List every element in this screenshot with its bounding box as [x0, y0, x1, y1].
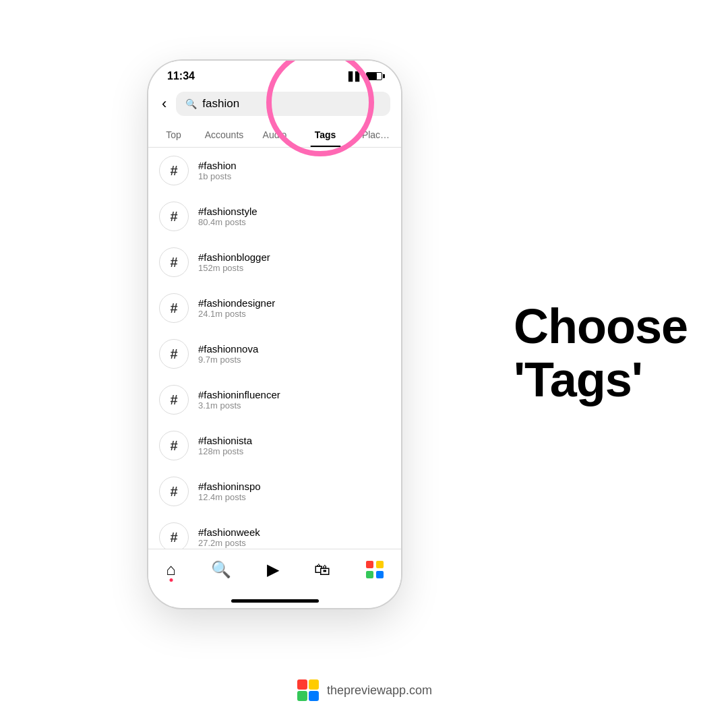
tag-info: #fashiondesigner 24.1m posts	[198, 297, 275, 319]
svg-rect-7	[297, 691, 307, 701]
list-item[interactable]: # #fashiondesigner 24.1m posts	[148, 285, 401, 331]
phone-content: 11:34 ▋▋ ‹ 🔍 fashion	[148, 61, 401, 608]
tab-audio[interactable]: Audio	[249, 123, 300, 147]
list-item[interactable]: # #fashionstyle 80.4m posts	[148, 193, 401, 239]
tag-name: #fashion	[198, 160, 237, 171]
hashtag-icon: #	[159, 293, 189, 323]
tag-name: #fashioninspo	[198, 481, 261, 492]
list-item[interactable]: # #fashionista 128m posts	[148, 423, 401, 468]
annotation-text: Choose'Tags'	[514, 300, 688, 406]
tab-top[interactable]: Top	[148, 123, 199, 147]
brand-url: thepreviewapp.com	[327, 684, 432, 698]
tag-name: #fashionweek	[198, 526, 260, 538]
phone: 11:34 ▋▋ ‹ 🔍 fashion	[148, 61, 401, 608]
brand-logo	[296, 678, 320, 702]
search-icon: 🔍	[185, 98, 197, 109]
hashtag-icon: #	[159, 385, 189, 415]
hashtag-icon: #	[159, 339, 189, 369]
svg-rect-5	[297, 679, 307, 690]
tag-count: 24.1m posts	[198, 309, 275, 319]
tab-places[interactable]: Plac…	[351, 123, 401, 147]
signal-icon: ▋▋	[348, 71, 362, 82]
tag-info: #fashionblogger 152m posts	[198, 251, 270, 273]
tag-name: #fashionista	[198, 435, 252, 446]
tag-count: 1b posts	[198, 171, 237, 181]
tag-name: #fashionnova	[198, 343, 258, 355]
tag-name: #fashionblogger	[198, 251, 270, 263]
tag-count: 3.1m posts	[198, 400, 280, 411]
bottom-nav: ⌂ 🔍 ▶ 🛍	[148, 549, 401, 597]
tag-name: #fashiondesigner	[198, 297, 275, 309]
svg-rect-2	[366, 571, 373, 578]
phone-wrapper: 11:34 ▋▋ ‹ 🔍 fashion	[148, 61, 401, 608]
tag-info: #fashion 1b posts	[198, 160, 237, 181]
shop-icon: 🛍	[314, 560, 330, 579]
tag-info: #fashionnova 9.7m posts	[198, 343, 258, 365]
hashtag-icon: #	[159, 247, 189, 277]
tag-name: #fashionstyle	[198, 206, 257, 217]
tag-count: 80.4m posts	[198, 217, 257, 227]
hashtag-icon: #	[159, 522, 189, 549]
home-indicator	[231, 599, 319, 603]
tab-accounts[interactable]: Accounts	[199, 123, 249, 147]
search-query: fashion	[202, 97, 239, 111]
nav-profile[interactable]	[358, 557, 392, 582]
list-item[interactable]: # #fashionweek 27.2m posts	[148, 514, 401, 549]
hashtag-icon: #	[159, 431, 189, 460]
tag-count: 152m posts	[198, 263, 270, 273]
annotation-title: Choose'Tags'	[514, 300, 688, 406]
tag-count: 12.4m posts	[198, 492, 261, 502]
tag-info: #fashionista 128m posts	[198, 435, 252, 456]
nav-search[interactable]: 🔍	[203, 556, 239, 583]
battery-icon	[366, 72, 382, 80]
hashtag-icon: #	[159, 477, 189, 506]
tags-list: # #fashion 1b posts # #fashionstyle 80.4…	[148, 148, 401, 549]
profile-color-icon	[366, 561, 384, 578]
list-item[interactable]: # #fashionblogger 152m posts	[148, 239, 401, 285]
hashtag-icon: #	[159, 202, 189, 231]
svg-rect-1	[376, 561, 384, 568]
scene: 11:34 ▋▋ ‹ 🔍 fashion	[0, 0, 728, 728]
tag-info: #fashioninfluencer 3.1m posts	[198, 389, 280, 411]
tag-info: #fashionstyle 80.4m posts	[198, 206, 257, 227]
tag-info: #fashioninspo 12.4m posts	[198, 481, 261, 502]
search-bar[interactable]: 🔍 fashion	[176, 92, 390, 116]
tag-name: #fashioninfluencer	[198, 389, 280, 400]
status-icons: ▋▋	[348, 71, 382, 82]
search-nav-icon: 🔍	[211, 560, 231, 579]
home-icon: ⌂	[166, 560, 176, 579]
list-item[interactable]: # #fashioninspo 12.4m posts	[148, 468, 401, 514]
branding: thepreviewapp.com	[296, 678, 432, 702]
back-button[interactable]: ‹	[159, 92, 169, 115]
tag-count: 27.2m posts	[198, 538, 260, 548]
list-item[interactable]: # #fashionnova 9.7m posts	[148, 331, 401, 377]
tag-info: #fashionweek 27.2m posts	[198, 526, 260, 548]
status-time: 11:34	[167, 70, 195, 82]
tag-count: 128m posts	[198, 446, 252, 456]
svg-rect-3	[376, 571, 384, 578]
phone-inner: 11:34 ▋▋ ‹ 🔍 fashion	[148, 61, 401, 608]
list-item[interactable]: # #fashion 1b posts	[148, 148, 401, 193]
list-item[interactable]: # #fashioninfluencer 3.1m posts	[148, 377, 401, 423]
svg-rect-8	[309, 691, 319, 701]
search-header: ‹ 🔍 fashion	[148, 88, 401, 123]
tabs-bar: Top Accounts Audio Tags Plac…	[148, 123, 401, 148]
tab-tags[interactable]: Tags	[300, 123, 351, 147]
svg-rect-6	[309, 679, 319, 690]
status-bar: 11:34 ▋▋	[148, 61, 401, 88]
nav-reels[interactable]: ▶	[259, 556, 287, 583]
reels-icon: ▶	[267, 560, 279, 579]
svg-rect-0	[366, 561, 373, 568]
hashtag-icon: #	[159, 156, 189, 185]
nav-shop[interactable]: 🛍	[306, 556, 338, 583]
tag-count: 9.7m posts	[198, 355, 258, 365]
nav-home[interactable]: ⌂	[158, 556, 184, 583]
